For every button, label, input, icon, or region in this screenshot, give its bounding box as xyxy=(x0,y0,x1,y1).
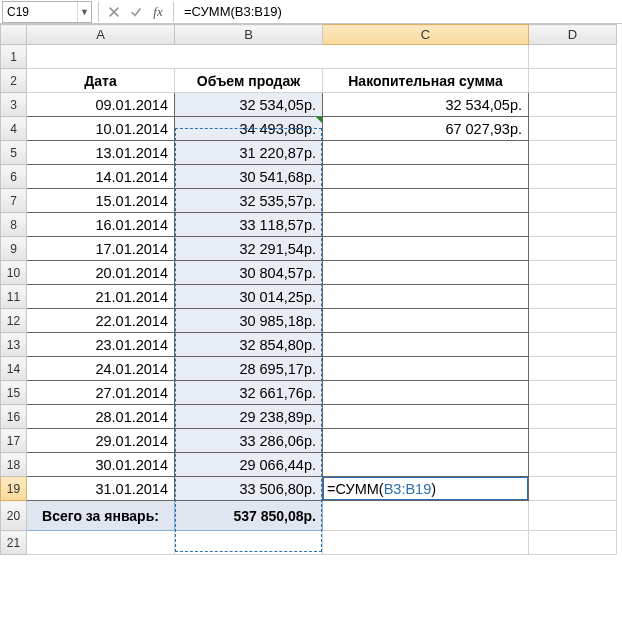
row-header[interactable]: 5 xyxy=(1,141,27,165)
cell-accum[interactable] xyxy=(323,453,529,477)
row-header[interactable]: 1 xyxy=(1,45,27,69)
name-box[interactable]: C19 ▼ xyxy=(2,1,92,23)
cell-accum[interactable] xyxy=(323,213,529,237)
col-header-D[interactable]: D xyxy=(529,25,617,45)
cell-date[interactable]: 21.01.2014 xyxy=(27,285,175,309)
cell[interactable] xyxy=(529,141,617,165)
row-header[interactable]: 10 xyxy=(1,261,27,285)
cell-accum[interactable] xyxy=(323,309,529,333)
cell-volume[interactable]: 30 014,25р. xyxy=(175,285,323,309)
row-header[interactable]: 21 xyxy=(1,531,27,555)
total-label[interactable]: Всего за январь: xyxy=(27,501,175,531)
cell-volume[interactable]: 31 220,87р. xyxy=(175,141,323,165)
cell-volume[interactable]: 30 985,18р. xyxy=(175,309,323,333)
cell[interactable] xyxy=(175,531,323,555)
cell[interactable] xyxy=(323,501,529,531)
cell-date[interactable]: 28.01.2014 xyxy=(27,405,175,429)
cell-volume[interactable]: 32 661,76р. xyxy=(175,381,323,405)
col-header-C[interactable]: C xyxy=(323,25,529,45)
cell-date[interactable]: 17.01.2014 xyxy=(27,237,175,261)
header-volume[interactable]: Объем продаж xyxy=(175,69,323,93)
cell-accum[interactable] xyxy=(323,141,529,165)
col-header-A[interactable]: A xyxy=(27,25,175,45)
cell[interactable] xyxy=(529,501,617,531)
cell[interactable] xyxy=(529,405,617,429)
row-header[interactable]: 16 xyxy=(1,405,27,429)
cell[interactable] xyxy=(529,477,617,501)
formula-input[interactable]: =СУММ(B3:B19) xyxy=(178,0,622,23)
cell-date[interactable]: 30.01.2014 xyxy=(27,453,175,477)
cell-volume[interactable]: 33 286,06р. xyxy=(175,429,323,453)
cell-date[interactable]: 16.01.2014 xyxy=(27,213,175,237)
cell-date[interactable]: 24.01.2014 xyxy=(27,357,175,381)
total-value[interactable]: 537 850,08р. xyxy=(175,501,323,531)
title-cell[interactable]: Объем продаж за январь 2014 года xyxy=(27,45,529,69)
cell-accum[interactable] xyxy=(323,405,529,429)
cell-accum[interactable] xyxy=(323,165,529,189)
cell[interactable] xyxy=(529,381,617,405)
cell-volume[interactable]: 29 066,44р. xyxy=(175,453,323,477)
cell[interactable] xyxy=(529,165,617,189)
select-all-corner[interactable] xyxy=(1,25,27,45)
cancel-icon[interactable] xyxy=(103,2,125,22)
row-header[interactable]: 20 xyxy=(1,501,27,531)
row-header[interactable]: 2 xyxy=(1,69,27,93)
cell[interactable] xyxy=(529,189,617,213)
cell[interactable] xyxy=(529,429,617,453)
row-header[interactable]: 6 xyxy=(1,165,27,189)
header-accum[interactable]: Накопительная сумма xyxy=(323,69,529,93)
row-header[interactable]: 11 xyxy=(1,285,27,309)
row-header[interactable]: 3 xyxy=(1,93,27,117)
cell-volume[interactable]: 32 291,54р. xyxy=(175,237,323,261)
row-header[interactable]: 9 xyxy=(1,237,27,261)
cell-volume[interactable]: 30 541,68р. xyxy=(175,165,323,189)
cell[interactable] xyxy=(529,117,617,141)
cell-volume[interactable]: 29 238,89р. xyxy=(175,405,323,429)
cell-date[interactable]: 23.01.2014 xyxy=(27,333,175,357)
row-header[interactable]: 15 xyxy=(1,381,27,405)
cell[interactable] xyxy=(529,357,617,381)
row-header[interactable]: 18 xyxy=(1,453,27,477)
row-header[interactable]: 14 xyxy=(1,357,27,381)
cell-date[interactable]: 31.01.2014 xyxy=(27,477,175,501)
cell-accum[interactable] xyxy=(323,381,529,405)
cell[interactable] xyxy=(529,213,617,237)
cell-accum[interactable] xyxy=(323,333,529,357)
row-header[interactable]: 13 xyxy=(1,333,27,357)
header-date[interactable]: Дата xyxy=(27,69,175,93)
cell-accum[interactable] xyxy=(323,429,529,453)
cell[interactable] xyxy=(323,531,529,555)
cell-date[interactable]: 09.01.2014 xyxy=(27,93,175,117)
cell[interactable] xyxy=(529,69,617,93)
cell-accum[interactable]: 32 534,05р. xyxy=(323,93,529,117)
cell-date[interactable]: 29.01.2014 xyxy=(27,429,175,453)
row-header[interactable]: 19 xyxy=(1,477,27,501)
cell-date[interactable]: 13.01.2014 xyxy=(27,141,175,165)
row-header[interactable]: 7 xyxy=(1,189,27,213)
cell-date[interactable]: 20.01.2014 xyxy=(27,261,175,285)
row-header[interactable]: 17 xyxy=(1,429,27,453)
cell-volume[interactable]: 33 118,57р. xyxy=(175,213,323,237)
cell[interactable] xyxy=(27,531,175,555)
row-header[interactable]: 8 xyxy=(1,213,27,237)
row-header[interactable]: 12 xyxy=(1,309,27,333)
spreadsheet-grid[interactable]: A B C D 1 Объем продаж за январь 2014 го… xyxy=(0,24,617,555)
cell-volume[interactable]: 28 695,17р. xyxy=(175,357,323,381)
cell[interactable] xyxy=(529,45,617,69)
cell-volume[interactable]: 34 493,88р. xyxy=(175,117,323,141)
cell-volume[interactable]: 32 854,80р. xyxy=(175,333,323,357)
cell-accum[interactable] xyxy=(323,237,529,261)
cell-date[interactable]: 27.01.2014 xyxy=(27,381,175,405)
cell-accum[interactable] xyxy=(323,285,529,309)
cell[interactable] xyxy=(529,453,617,477)
cell[interactable] xyxy=(529,531,617,555)
cell-volume[interactable]: 30 804,57р. xyxy=(175,261,323,285)
confirm-icon[interactable] xyxy=(125,2,147,22)
cell-date[interactable]: 14.01.2014 xyxy=(27,165,175,189)
cell[interactable] xyxy=(529,261,617,285)
cell[interactable] xyxy=(529,285,617,309)
cell-date[interactable]: 15.01.2014 xyxy=(27,189,175,213)
cell-date[interactable]: 22.01.2014 xyxy=(27,309,175,333)
cell[interactable] xyxy=(529,309,617,333)
cell-volume[interactable]: 32 535,57р. xyxy=(175,189,323,213)
